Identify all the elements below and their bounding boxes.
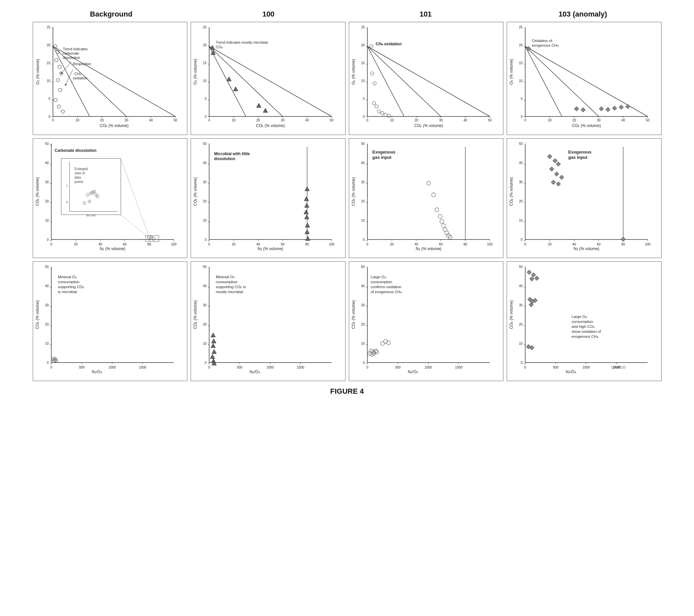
svg-marker-392 (211, 333, 216, 337)
svg-r3c4: 0 10 20 30 40 50 0 500 1000 1500 N₂/O₂ (507, 262, 659, 381)
svg-text:10: 10 (361, 342, 365, 346)
svg-text:40: 40 (305, 118, 309, 122)
chart-r3c2: 0 10 20 30 40 50 0 500 1000 1500 N₂/O₂ (190, 261, 346, 381)
svg-text:CO₂ (% volume): CO₂ (% volume) (509, 300, 514, 329)
svg-point-197 (150, 236, 153, 240)
chart-r2c4: 0 10 20 30 40 50 0 20 40 60 80 100 (507, 138, 661, 258)
svg-text:10: 10 (519, 219, 523, 222)
svg-text:N₂ (% volume): N₂ (% volume) (573, 246, 599, 251)
svg-marker-334 (621, 237, 625, 242)
svg-text:Oxidation of: Oxidation of (532, 39, 552, 43)
svg-text:40: 40 (361, 161, 365, 165)
svg-point-36 (56, 78, 59, 82)
svg-text:0: 0 (363, 115, 365, 118)
svg-text:Minimal O₂: Minimal O₂ (216, 275, 235, 279)
svg-text:Large O₂: Large O₂ (371, 275, 386, 279)
svg-marker-395 (212, 349, 216, 354)
svg-point-118 (372, 101, 376, 105)
svg-point-122 (384, 113, 387, 116)
svg-text:0: 0 (66, 201, 68, 204)
svg-text:consumption: consumption (216, 280, 237, 284)
svg-text:40: 40 (203, 161, 207, 165)
chart-r3c4: 0 10 20 30 40 50 0 500 1000 1500 N₂/O₂ (507, 261, 661, 381)
svg-text:10: 10 (203, 219, 207, 222)
svg-text:20: 20 (45, 200, 49, 203)
svg-text:20: 20 (414, 118, 418, 122)
svg-point-120 (377, 110, 381, 113)
col-header-bg: Background (33, 10, 190, 19)
svg-text:0: 0 (366, 242, 368, 246)
svg-text:50: 50 (45, 142, 49, 146)
col-header-100: 100 (190, 10, 347, 19)
svg-text:10: 10 (203, 79, 207, 83)
svg-marker-466 (534, 276, 539, 281)
svg-text:20: 20 (100, 118, 104, 122)
svg-text:consumption: consumption (571, 320, 593, 323)
chart-r3c1: 0 10 20 30 40 50 0 500 1000 1500 (33, 261, 188, 381)
svg-point-433 (381, 341, 385, 346)
svg-text:0: 0 (204, 361, 206, 365)
svg-text:O₂ (% volume): O₂ (% volume) (509, 59, 514, 85)
svg-point-34 (58, 65, 61, 69)
svg-text:30: 30 (361, 180, 365, 184)
svg-text:40: 40 (361, 284, 365, 288)
svg-text:0: 0 (363, 238, 365, 242)
chart-r3c3: 0 10 20 30 40 50 0 500 1000 1500 N₂/O₂ (349, 261, 504, 381)
svg-r1c2: 0 5 10 15 20 25 0 10 20 30 40 50 (191, 22, 343, 135)
svg-text:CO₂ (% volume): CO₂ (% volume) (99, 124, 128, 128)
svg-text:gas input: gas input (372, 155, 391, 160)
col-header-103: 103 (anomaly) (504, 10, 661, 19)
svg-text:15: 15 (519, 61, 523, 65)
svg-text:50: 50 (361, 142, 365, 146)
svg-text:60: 60 (597, 242, 601, 246)
svg-text:Large O₂: Large O₂ (571, 315, 587, 319)
svg-text:CO₂ (% volume): CO₂ (% volume) (35, 300, 40, 329)
svg-marker-329 (549, 167, 554, 171)
svg-marker-248 (305, 187, 309, 191)
svg-text:40: 40 (414, 242, 418, 246)
svg-text:30: 30 (45, 303, 49, 307)
svg-text:CO₂ (% volume): CO₂ (% volume) (193, 300, 198, 329)
svg-text:20: 20 (572, 118, 576, 122)
svg-text:60: 60 (123, 242, 127, 246)
col-header-101: 101 (347, 10, 504, 19)
svg-text:CO₂ (% volume): CO₂ (% volume) (414, 124, 443, 128)
chart-grid: 0 5 10 15 20 25 0 10 20 30 40 50 (33, 22, 661, 381)
svg-marker-249 (304, 197, 309, 201)
svg-marker-327 (553, 158, 557, 163)
figure-label: FIGURE 4 (330, 387, 364, 396)
svg-text:30: 30 (281, 118, 285, 122)
svg-text:80: 80 (463, 242, 467, 246)
column-headers: Background 100 101 103 (anomaly) (33, 10, 661, 20)
svg-text:20: 20 (390, 242, 394, 246)
svg-text:show oxidation of: show oxidation of (571, 330, 601, 334)
svg-text:0: 0 (50, 242, 52, 246)
svg-text:1500: 1500 (455, 366, 462, 369)
svg-point-291 (441, 224, 445, 228)
svg-text:Carbonate dissolution: Carbonate dissolution (55, 148, 97, 153)
svg-marker-330 (554, 172, 559, 176)
svg-text:15: 15 (361, 61, 365, 65)
svg-text:500: 500 (79, 366, 85, 369)
svg-text:40: 40 (519, 161, 523, 165)
svg-text:points: points (74, 180, 84, 184)
svg-text:20: 20 (203, 200, 207, 203)
svg-text:10: 10 (519, 79, 523, 83)
svg-text:0: 0 (363, 361, 365, 365)
svg-text:0: 0 (47, 361, 49, 365)
svg-text:80: 80 (305, 242, 309, 246)
svg-point-37 (59, 88, 62, 92)
svg-text:0: 0 (520, 361, 523, 365)
svg-text:40: 40 (621, 118, 625, 122)
svg-point-288 (435, 208, 439, 212)
svg-marker-326 (547, 154, 552, 159)
svg-marker-393 (212, 339, 216, 343)
svg-text:0: 0 (204, 238, 206, 242)
svg-text:30: 30 (519, 303, 523, 307)
svg-text:20: 20 (361, 322, 365, 326)
svg-text:1: 1 (66, 184, 68, 187)
svg-text:Trend indicates mostly microbi: Trend indicates mostly microbial (216, 40, 268, 44)
svg-text:100: 100 (487, 242, 492, 246)
svg-r3c1: 0 10 20 30 40 50 0 500 1000 1500 (33, 262, 185, 381)
svg-text:100: 100 (645, 242, 651, 246)
